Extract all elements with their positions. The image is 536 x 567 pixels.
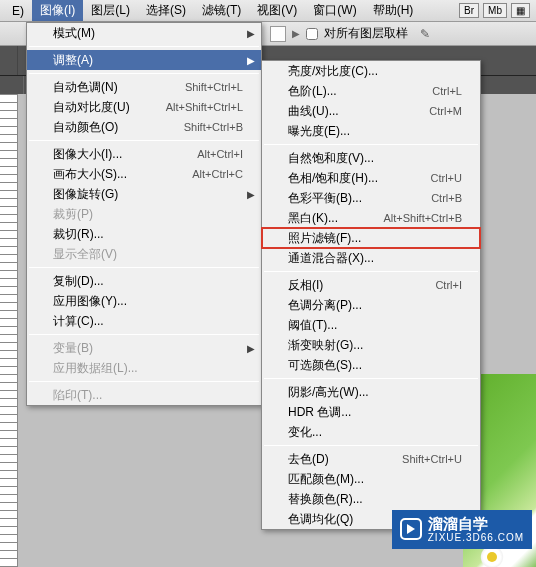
image-menu-item-4[interactable]: 自动色调(N)Shift+Ctrl+L [27, 77, 261, 97]
watermark: 溜溜自学 ZIXUE.3D66.COM [392, 510, 532, 550]
menubar-item-select[interactable]: 选择(S) [138, 0, 194, 21]
image-menu-item-label: 变量(B) [53, 340, 243, 357]
image-menu-item-15[interactable]: 复制(D)... [27, 271, 261, 291]
menubar-item-view[interactable]: 视图(V) [249, 0, 305, 21]
image-menu-item-2[interactable]: 调整(A)▶ [27, 50, 261, 70]
image-menu-item-5[interactable]: 自动对比度(U)Alt+Shift+Ctrl+L [27, 97, 261, 117]
sample-swatch[interactable] [270, 26, 286, 42]
adjust-submenu-item-label: 反相(I) [288, 277, 425, 294]
adjust-submenu-item-10[interactable]: 通道混合器(X)... [262, 248, 480, 268]
watermark-subtitle: ZIXUE.3D66.COM [428, 532, 524, 543]
adjust-submenu-item-label: 色彩平衡(B)... [288, 190, 421, 207]
adjust-submenu-item-label: 自然饱和度(V)... [288, 150, 462, 167]
image-menu-item-8[interactable]: 图像大小(I)...Alt+Ctrl+I [27, 144, 261, 164]
adjust-submenu-item-shortcut: Ctrl+M [429, 105, 462, 117]
image-menu-item-6[interactable]: 自动颜色(O)Shift+Ctrl+B [27, 117, 261, 137]
image-menu-item-shortcut: Shift+Ctrl+B [184, 121, 243, 133]
adjust-submenu-separator [264, 445, 478, 446]
adjust-submenu-item-label: 黑白(K)... [288, 210, 373, 227]
adjust-submenu-separator [264, 144, 478, 145]
image-menu-item-label: 自动颜色(O) [53, 119, 174, 136]
image-menu-item-label: 模式(M) [53, 25, 243, 42]
image-menu-item-shortcut: Alt+Shift+Ctrl+L [166, 101, 243, 113]
submenu-arrow-icon: ▶ [247, 28, 255, 39]
image-menu-separator [29, 73, 259, 74]
image-menu-separator [29, 334, 259, 335]
image-menu-item-label: 陷印(T)... [53, 387, 243, 404]
menubar-extras: Br Mb ▦ [459, 3, 536, 18]
image-menu-item-label: 裁切(R)... [53, 226, 243, 243]
adjust-submenu-item-8[interactable]: 黑白(K)...Alt+Shift+Ctrl+B [262, 208, 480, 228]
adjust-submenu-item-12[interactable]: 反相(I)Ctrl+I [262, 275, 480, 295]
adjust-submenu-item-15[interactable]: 渐变映射(G)... [262, 335, 480, 355]
adjust-submenu-item-label: 色相/饱和度(H)... [288, 170, 421, 187]
adjust-submenu-item-9[interactable]: 照片滤镜(F)... [262, 228, 480, 248]
adjust-submenu-item-13[interactable]: 色调分离(P)... [262, 295, 480, 315]
adjust-submenu-item-6[interactable]: 色相/饱和度(H)...Ctrl+U [262, 168, 480, 188]
play-icon [400, 518, 422, 540]
adjust-submenu-item-23[interactable]: 匹配颜色(M)... [262, 469, 480, 489]
image-menu-item-label: 计算(C)... [53, 313, 243, 330]
menubar-item-e[interactable]: E) [4, 2, 32, 20]
adjust-submenu-item-22[interactable]: 去色(D)Shift+Ctrl+U [262, 449, 480, 469]
menubar-item-help[interactable]: 帮助(H) [365, 0, 422, 21]
adjust-submenu-item-2[interactable]: 曲线(U)...Ctrl+M [262, 101, 480, 121]
image-menu-item-22: 陷印(T)... [27, 385, 261, 405]
menubar: E) 图像(I) 图层(L) 选择(S) 滤镜(T) 视图(V) 窗口(W) 帮… [0, 0, 536, 22]
adjust-submenu-item-label: 亮度/对比度(C)... [288, 63, 462, 80]
image-menu-item-label: 图像旋转(G) [53, 186, 243, 203]
adjust-submenu-item-shortcut: Alt+Shift+Ctrl+B [383, 212, 462, 224]
image-menu-item-12[interactable]: 裁切(R)... [27, 224, 261, 244]
adjust-submenu-item-7[interactable]: 色彩平衡(B)...Ctrl+B [262, 188, 480, 208]
extra-grid-icon[interactable]: ▦ [511, 3, 530, 18]
submenu-arrow-icon: ▶ [247, 55, 255, 66]
image-menu-item-label: 自动色调(N) [53, 79, 175, 96]
adjust-submenu: 亮度/对比度(C)...色阶(L)...Ctrl+L曲线(U)...Ctrl+M… [261, 60, 481, 530]
adjust-submenu-item-14[interactable]: 阈值(T)... [262, 315, 480, 335]
adjust-submenu-separator [264, 271, 478, 272]
adjust-submenu-item-label: 变化... [288, 424, 462, 441]
image-menu-item-17[interactable]: 计算(C)... [27, 311, 261, 331]
adjust-submenu-item-label: 去色(D) [288, 451, 392, 468]
image-menu-item-label: 应用数据组(L)... [53, 360, 243, 377]
extra-mb[interactable]: Mb [483, 3, 507, 18]
image-menu-item-10[interactable]: 图像旋转(G)▶ [27, 184, 261, 204]
sample-all-layers-checkbox[interactable] [306, 28, 318, 40]
adjust-submenu-item-label: 曲线(U)... [288, 103, 419, 120]
menubar-item-window[interactable]: 窗口(W) [305, 0, 364, 21]
image-menu-item-shortcut: Alt+Ctrl+C [192, 168, 243, 180]
image-menu-item-16[interactable]: 应用图像(Y)... [27, 291, 261, 311]
image-menu-item-11: 裁剪(P) [27, 204, 261, 224]
image-menu-item-label: 裁剪(P) [53, 206, 243, 223]
image-menu-separator [29, 267, 259, 268]
image-menu-item-shortcut: Shift+Ctrl+L [185, 81, 243, 93]
image-menu-item-label: 自动对比度(U) [53, 99, 156, 116]
adjust-submenu-item-0[interactable]: 亮度/对比度(C)... [262, 61, 480, 81]
adjust-submenu-item-label: 曝光度(E)... [288, 123, 462, 140]
menubar-item-layer[interactable]: 图层(L) [83, 0, 138, 21]
adjust-submenu-item-5[interactable]: 自然饱和度(V)... [262, 148, 480, 168]
adjust-submenu-item-shortcut: Ctrl+I [435, 279, 462, 291]
adjust-submenu-item-1[interactable]: 色阶(L)...Ctrl+L [262, 81, 480, 101]
adjust-submenu-item-19[interactable]: HDR 色调... [262, 402, 480, 422]
adjust-submenu-item-label: 替换颜色(R)... [288, 491, 462, 508]
image-menu-item-9[interactable]: 画布大小(S)...Alt+Ctrl+C [27, 164, 261, 184]
image-menu-item-19: 变量(B)▶ [27, 338, 261, 358]
adjust-submenu-item-16[interactable]: 可选颜色(S)... [262, 355, 480, 375]
adjust-submenu-item-20[interactable]: 变化... [262, 422, 480, 442]
extra-br[interactable]: Br [459, 3, 479, 18]
menubar-item-filter[interactable]: 滤镜(T) [194, 0, 249, 21]
image-menu-item-13: 显示全部(V) [27, 244, 261, 264]
adjust-submenu-item-18[interactable]: 阴影/高光(W)... [262, 382, 480, 402]
edit-icon[interactable]: ✎ [420, 27, 430, 41]
adjust-submenu-item-24[interactable]: 替换颜色(R)... [262, 489, 480, 509]
ruler-left [0, 94, 18, 567]
watermark-title: 溜溜自学 [428, 516, 524, 533]
submenu-arrow-icon: ▶ [247, 189, 255, 200]
submenu-arrow-icon: ▶ [247, 343, 255, 354]
adjust-submenu-item-shortcut: Ctrl+B [431, 192, 462, 204]
image-menu-item-0[interactable]: 模式(M)▶ [27, 23, 261, 43]
image-menu-item-20: 应用数据组(L)... [27, 358, 261, 378]
menubar-item-image[interactable]: 图像(I) [32, 0, 83, 21]
adjust-submenu-item-3[interactable]: 曝光度(E)... [262, 121, 480, 141]
